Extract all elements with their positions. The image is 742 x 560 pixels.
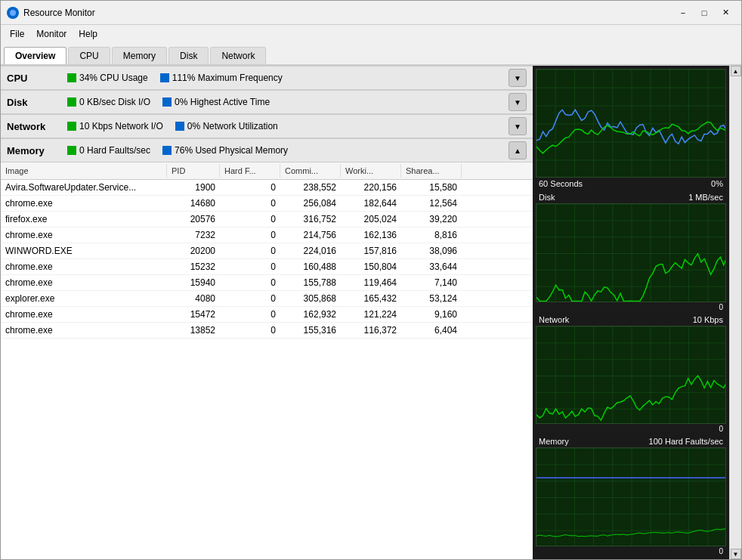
cell-shared: 38,096 bbox=[401, 243, 462, 258]
table-row[interactable]: chrome.exe 7232 0 214,756 162,136 8,816 bbox=[1, 227, 533, 243]
network-chart-value: 10 Kbps bbox=[693, 315, 723, 324]
table-body: Avira.SoftwareUpdater.Service... 1900 0 … bbox=[1, 180, 533, 557]
cell-commit: 162,932 bbox=[280, 307, 341, 322]
cell-pid: 1900 bbox=[167, 180, 220, 195]
cell-working: 182,644 bbox=[341, 196, 401, 211]
menu-monitor[interactable]: Monitor bbox=[30, 27, 73, 41]
cell-hard: 0 bbox=[220, 323, 280, 338]
cell-image: chrome.exe bbox=[1, 259, 167, 274]
table-row[interactable]: firefox.exe 20576 0 316,752 205,024 39,2… bbox=[1, 212, 533, 227]
window-title: Resource Monitor bbox=[23, 8, 673, 18]
cpu-expand-btn[interactable]: ▼ bbox=[509, 69, 527, 87]
network-section-header[interactable]: Network 10 Kbps Network I/O 0% Network U… bbox=[1, 114, 533, 138]
minimize-button[interactable]: − bbox=[673, 5, 693, 20]
cell-image: chrome.exe bbox=[1, 307, 167, 322]
close-button[interactable]: ✕ bbox=[716, 5, 735, 20]
memory-section-header[interactable]: Memory 0 Hard Faults/sec 76% Used Physic… bbox=[1, 138, 533, 162]
cell-hard: 0 bbox=[220, 180, 280, 195]
cell-hard: 0 bbox=[220, 212, 280, 227]
tab-overview[interactable]: Overview bbox=[4, 47, 66, 64]
cell-commit: 256,084 bbox=[280, 196, 341, 211]
menu-file[interactable]: File bbox=[4, 27, 30, 41]
disk-expand-btn[interactable]: ▼ bbox=[509, 93, 527, 111]
scrollbar-track bbox=[731, 76, 741, 549]
cell-shared: 8,816 bbox=[401, 227, 462, 243]
network-chart-zero: 0 bbox=[536, 424, 726, 434]
tab-disk[interactable]: Disk bbox=[168, 47, 209, 64]
app-icon bbox=[7, 7, 19, 19]
network-expand-btn[interactable]: ▼ bbox=[509, 117, 527, 135]
cell-hard: 0 bbox=[220, 196, 280, 211]
tab-bar: Overview CPU Memory Disk Network bbox=[1, 43, 741, 66]
cell-hard: 0 bbox=[220, 243, 280, 258]
table-row[interactable]: chrome.exe 15232 0 160,488 150,804 33,64… bbox=[1, 259, 533, 275]
memory-expand-btn[interactable]: ▲ bbox=[509, 141, 527, 159]
memory-stat1-dot bbox=[67, 146, 76, 155]
cell-shared: 9,160 bbox=[401, 307, 462, 322]
col-commit[interactable]: Commi... bbox=[280, 164, 341, 178]
cell-commit: 214,756 bbox=[280, 227, 341, 243]
cell-image: WINWORD.EXE bbox=[1, 243, 167, 258]
main-content: CPU 34% CPU Usage 111% Maximum Frequency bbox=[1, 66, 741, 559]
tab-cpu[interactable]: CPU bbox=[68, 47, 110, 64]
maximize-button[interactable]: □ bbox=[694, 5, 714, 20]
col-hard[interactable]: Hard F... bbox=[220, 164, 280, 178]
cell-image: chrome.exe bbox=[1, 275, 167, 290]
network-chart-section: Network 10 Kbps 0 bbox=[536, 314, 726, 435]
col-working[interactable]: Worki... bbox=[341, 164, 401, 178]
table-row[interactable]: explorer.exe 4080 0 305,868 165,432 53,1… bbox=[1, 291, 533, 307]
memory-title: Memory bbox=[7, 145, 67, 156]
cpu-stats: 34% CPU Usage 111% Maximum Frequency ▼ bbox=[67, 69, 527, 87]
network-stat2-dot bbox=[175, 122, 184, 131]
cell-hard: 0 bbox=[220, 275, 280, 290]
cell-working: 162,136 bbox=[341, 227, 401, 243]
cpu-stat2-label: 111% Maximum Frequency bbox=[172, 73, 283, 83]
memory-stat1: 0 Hard Faults/sec bbox=[67, 145, 150, 156]
cell-hard: 0 bbox=[220, 227, 280, 243]
cell-pid: 4080 bbox=[167, 291, 220, 306]
scrollbar-up-btn[interactable]: ▲ bbox=[731, 66, 741, 76]
network-stat1-label: 10 Kbps Network I/O bbox=[79, 121, 163, 131]
disk-stat1: 0 KB/sec Disk I/O bbox=[67, 97, 150, 107]
table-row[interactable]: chrome.exe 14680 0 256,084 182,644 12,56… bbox=[1, 196, 533, 212]
tab-memory[interactable]: Memory bbox=[112, 47, 167, 64]
tab-network[interactable]: Network bbox=[210, 47, 266, 64]
cell-working: 121,224 bbox=[341, 307, 401, 322]
memory-stat2-label: 76% Used Physical Memory bbox=[175, 145, 288, 156]
network-stat1: 10 Kbps Network I/O bbox=[67, 121, 163, 131]
disk-chart-label: Disk bbox=[539, 193, 555, 202]
disk-stat1-label: 0 KB/sec Disk I/O bbox=[79, 97, 150, 107]
memory-chart bbox=[536, 447, 726, 546]
disk-stat1-dot bbox=[67, 97, 76, 107]
cell-pid: 7232 bbox=[167, 227, 220, 243]
table-row[interactable]: chrome.exe 13852 0 155,316 116,372 6,404 bbox=[1, 323, 533, 339]
col-image[interactable]: Image bbox=[1, 164, 167, 178]
network-chart-label: Network bbox=[539, 315, 569, 324]
table-row[interactable]: Avira.SoftwareUpdater.Service... 1900 0 … bbox=[1, 180, 533, 196]
memory-chart-labels: Memory 100 Hard Faults/sec bbox=[536, 435, 726, 447]
cell-image: chrome.exe bbox=[1, 323, 167, 338]
table-row[interactable]: chrome.exe 15472 0 162,932 121,224 9,160 bbox=[1, 307, 533, 323]
col-pid[interactable]: PID bbox=[167, 164, 220, 178]
disk-canvas bbox=[536, 204, 726, 302]
disk-section-header[interactable]: Disk 0 KB/sec Disk I/O 0% Highest Active… bbox=[1, 90, 533, 114]
network-stat2: 0% Network Utilization bbox=[175, 121, 278, 131]
cpu-title: CPU bbox=[7, 73, 67, 84]
scrollbar-down-btn[interactable]: ▼ bbox=[731, 549, 741, 559]
cell-shared: 39,220 bbox=[401, 212, 462, 227]
memory-stat2: 76% Used Physical Memory bbox=[162, 145, 288, 156]
table-row[interactable]: WINWORD.EXE 20200 0 224,016 157,816 38,0… bbox=[1, 243, 533, 259]
cell-shared: 12,564 bbox=[401, 196, 462, 211]
cell-shared: 15,580 bbox=[401, 180, 462, 195]
cpu-section-header[interactable]: CPU 34% CPU Usage 111% Maximum Frequency bbox=[1, 66, 533, 90]
table-row[interactable]: chrome.exe 15940 0 155,788 119,464 7,140 bbox=[1, 275, 533, 291]
right-scrollbar[interactable]: ▲ ▼ bbox=[729, 66, 741, 559]
cell-commit: 316,752 bbox=[280, 212, 341, 227]
memory-chart-section: Memory 100 Hard Faults/sec 0 bbox=[536, 435, 726, 556]
cell-commit: 160,488 bbox=[280, 259, 341, 274]
cell-commit: 155,788 bbox=[280, 275, 341, 290]
col-shared[interactable]: Sharea... bbox=[401, 164, 462, 178]
cpu-stat2: 111% Maximum Frequency bbox=[160, 73, 283, 83]
menu-help[interactable]: Help bbox=[73, 27, 104, 41]
disk-stats: 0 KB/sec Disk I/O 0% Highest Active Time… bbox=[67, 93, 527, 111]
